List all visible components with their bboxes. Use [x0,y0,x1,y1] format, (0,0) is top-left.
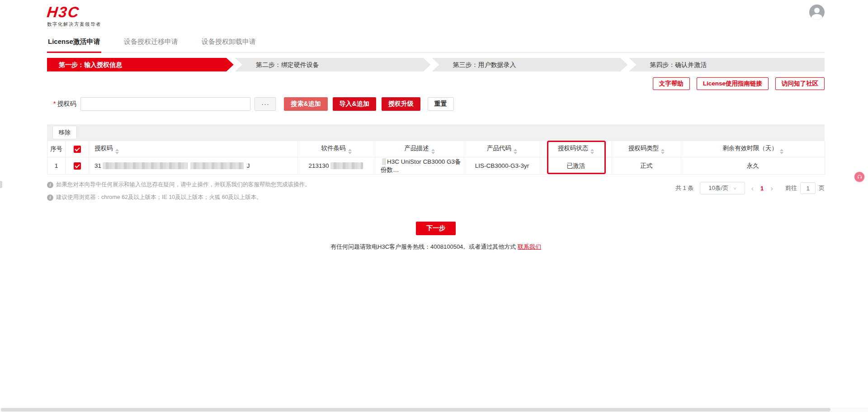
prev-page-button[interactable]: ‹ [745,185,760,192]
current-page-number[interactable]: 1 [760,185,764,192]
license-table-section: 移除 序号 授权码 软件条码 产品描述 产品代码 授权码状态 授权码类型 剩余有… [47,124,825,175]
contact-us-link[interactable]: 联系我们 [518,243,541,250]
avatar-body-shape [811,14,822,20]
col-header-auth-type-text: 授权码类型 [628,145,659,152]
cell-auth-status: 已激活 [540,157,612,175]
auth-code-label: *授权码 [53,100,76,108]
table-toolbar: 移除 [47,124,825,141]
footer-text: 有任何问题请致电H3C客户服务热线：4008100504。或者通过其他方式 [330,243,518,250]
col-header-product-code-text: 产品代码 [487,145,511,152]
barcode-prefix: 213130 [308,162,329,169]
wizard-step-bar: 第一步：输入授权信息 第二步：绑定硬件设备 第三步：用户数据录入 第四步：确认并… [47,58,825,71]
pagination-total: 共 1 条 [675,184,693,192]
note-line: 如果您对本向导中任何展示和输入信息存在疑问，请中止操作，并联系我们的客服帮助您完… [47,181,311,189]
col-header-remaining-days-text: 剩余有效时限（天） [722,145,778,152]
sort-icon[interactable] [348,149,352,154]
table-row: 1 31 J 213130 H3C UniStor CB3000 G3备份数… … [47,157,825,175]
step-2-bind-hardware: 第二步：绑定硬件设备 [235,58,431,71]
next-page-button[interactable]: › [764,185,779,192]
cell-auth-code: 31 J [89,157,298,175]
sort-icon[interactable] [661,149,665,154]
license-activation-page: H3C 数字化解决方案领导者 License激活申请 设备授权迁移申请 设备授权… [47,0,825,251]
col-header-auth-status[interactable]: 授权码状态 [540,141,612,157]
required-asterisk: * [53,100,56,107]
page-header: H3C 数字化解决方案领导者 [47,0,825,28]
import-append-button[interactable]: 导入&追加 [333,97,376,111]
cell-remaining-days: 永久 [681,157,825,175]
search-append-button[interactable]: 搜索&追加 [284,97,327,111]
page-size-select[interactable]: 10条/页 ∨ [700,182,745,194]
customer-service-float-button[interactable] [854,172,864,182]
goto-page-group: 前往 页 [785,182,825,194]
select-all-checkbox[interactable] [74,146,81,153]
table-header-row: 序号 授权码 软件条码 产品描述 产品代码 授权码状态 授权码类型 剩余有效时限… [47,141,825,157]
col-header-auth-code-text: 授权码 [94,145,113,152]
tab-device-auth-uninstall[interactable]: 设备授权卸载申请 [201,34,257,52]
sort-icon[interactable] [780,149,783,154]
left-edge-handle [0,181,2,188]
page-unit-label: 页 [819,184,825,192]
redacted-blur [190,162,244,169]
sort-icon[interactable] [514,149,517,154]
notes-block: 如果您对本向导中任何展示和输入信息存在疑问，请中止操作，并联系我们的客服帮助您完… [47,181,311,206]
top-tab-bar: License激活申请 设备授权迁移申请 设备授权卸载申请 [47,34,825,53]
remove-button[interactable]: 移除 [52,126,77,139]
user-avatar-icon[interactable] [809,5,825,20]
license-table: 序号 授权码 软件条码 产品描述 产品代码 授权码状态 授权码类型 剩余有效时限… [47,141,825,175]
license-guide-link-button[interactable]: License使用指南链接 [697,77,769,90]
goto-page-input[interactable] [800,182,816,194]
redacted-blur [330,162,363,169]
col-header-auth-code[interactable]: 授权码 [89,141,298,157]
note-line: 建议使用浏览器：chrome 62及以上版本；IE 10及以上版本；火狐 60及… [47,194,311,201]
cell-software-barcode: 213130 [298,157,375,175]
col-header-auth-type[interactable]: 授权码类型 [612,141,681,157]
step-1-enter-auth-info: 第一步：输入授权信息 [47,58,234,71]
auth-code-input[interactable] [80,97,250,111]
h3c-logo: H3C 数字化解决方案领导者 [47,5,101,28]
text-help-button[interactable]: 文字帮助 [653,77,690,90]
next-step-row: 下一步 [47,222,825,235]
goto-label: 前往 [785,184,797,192]
tab-device-auth-migration[interactable]: 设备授权迁移申请 [123,34,179,52]
redacted-blur [103,162,188,169]
chevron-down-icon: ∨ [733,186,736,190]
page-size-value: 10条/页 [708,184,728,192]
zhiliao-community-button[interactable]: 访问知了社区 [775,77,825,90]
col-header-remaining-days[interactable]: 剩余有效时限（天） [681,141,825,157]
col-header-select-all [66,141,89,157]
info-icon [47,182,53,188]
horizontal-scrollbar [0,407,868,412]
more-options-button[interactable]: ··· [255,97,276,111]
pagination: 共 1 条 10条/页 ∨ ‹ 1 › 前往 页 [675,182,825,194]
col-header-product-desc[interactable]: 产品描述 [375,141,464,157]
auth-code-suffix: J [247,162,250,169]
row-checkbox[interactable] [74,162,81,170]
col-header-product-code[interactable]: 产品代码 [464,141,540,157]
tab-license-activation[interactable]: License激活申请 [47,34,101,53]
sort-icon[interactable] [115,149,119,154]
cell-product-code: LIS-CB3000-G3-3yr [464,157,540,175]
headset-icon [857,174,863,180]
h3c-logo-text: H3C [46,5,102,19]
auth-code-label-text: 授权码 [57,100,76,107]
note-text: 如果您对本向导中任何展示和输入信息存在疑问，请中止操作，并联系我们的客服帮助您完… [56,181,311,189]
cell-select [66,157,89,175]
product-desc-text: H3C UniStor CB3000 G3备份数… [381,158,461,173]
below-table-row: 如果您对本向导中任何展示和输入信息存在疑问，请中止操作，并联系我们的客服帮助您完… [47,181,825,206]
avatar-head-shape [814,8,820,13]
auth-code-prefix: 31 [94,162,101,169]
col-header-product-desc-text: 产品描述 [405,145,429,152]
sort-icon[interactable] [590,149,594,154]
reset-button[interactable]: 重置 [428,97,454,111]
footer-help-line: 有任何问题请致电H3C客户服务热线：4008100504。或者通过其他方式 联系… [47,243,825,251]
step-4-confirm-activate: 第四步：确认并激活 [629,58,825,71]
col-header-software-barcode[interactable]: 软件条码 [298,141,375,157]
step-3-user-data-entry: 第三步：用户数据录入 [432,58,628,71]
next-step-button[interactable]: 下一步 [416,222,456,235]
cell-auth-type: 正式 [612,157,681,175]
auth-upgrade-button[interactable]: 授权升级 [382,97,420,111]
horizontal-scrollbar-thumb[interactable] [1,408,830,412]
sort-icon[interactable] [431,149,435,154]
h3c-logo-tagline: 数字化解决方案领导者 [47,21,101,28]
cell-index: 1 [47,157,66,175]
